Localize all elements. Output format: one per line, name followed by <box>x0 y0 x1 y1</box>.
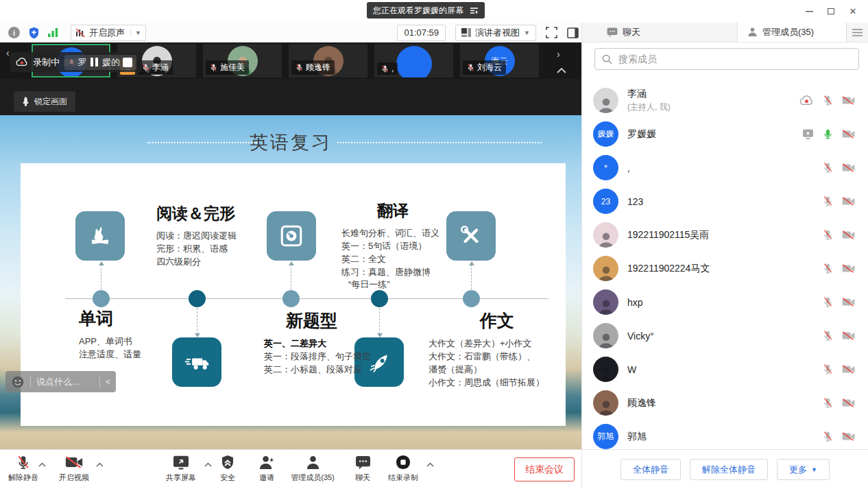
quick-chat-bar[interactable]: 说点什么... < <box>5 371 116 392</box>
security-button[interactable]: 安全 <box>206 454 250 483</box>
audio-options-chevron[interactable] <box>38 462 46 467</box>
shared-screen-label-fragment: 媛的 <box>102 56 120 69</box>
mic-muted-icon[interactable] <box>823 296 833 308</box>
camera-off-icon[interactable] <box>842 331 855 341</box>
mic-muted-icon[interactable] <box>823 195 833 207</box>
unmute-all-button[interactable]: 解除全体静音 <box>690 459 768 480</box>
mic-muted-icon <box>296 63 303 72</box>
camera-off-icon[interactable] <box>842 196 855 206</box>
security-shield-icon[interactable] <box>28 27 40 39</box>
strip-scroll-right-icon[interactable]: › <box>557 49 560 59</box>
mic-muted-icon[interactable] <box>823 162 833 174</box>
original-sound-label: 开启原声 <box>89 27 125 39</box>
sidebar-menu-icon[interactable] <box>846 23 868 42</box>
invite-label: 邀请 <box>259 473 274 483</box>
quick-chat-placeholder[interactable]: 说点什么... <box>36 376 94 388</box>
original-sound-control[interactable]: 开启原声 ▼ <box>71 25 146 41</box>
tile-participant[interactable]: 顾逸锋 <box>289 44 367 77</box>
member-row[interactable]: 192211902224马文 <box>582 252 868 285</box>
tile-participant[interactable]: 施佳美 <box>203 44 282 77</box>
member-row[interactable]: * , <box>582 151 868 184</box>
slide-topic: 翻译 长难句分析、词汇、语义英一：5句话（语境）英二：全文练习：真题、唐静微博“… <box>341 200 472 291</box>
search-input[interactable] <box>617 53 852 65</box>
share-screen-button[interactable]: 共享屏幕 <box>159 454 203 483</box>
close-button[interactable]: ✕ <box>842 3 864 20</box>
member-row[interactable]: 192211902115吴雨 <box>582 218 868 252</box>
start-video-button[interactable]: 开启视频 <box>52 454 96 483</box>
mic-muted-icon[interactable] <box>823 95 833 106</box>
end-meeting-button[interactable]: 结束会议 <box>514 457 575 481</box>
start-video-label: 开启视频 <box>59 473 89 483</box>
timeline-node <box>93 290 110 307</box>
member-row[interactable]: 李涵 (主持人, 我) <box>582 84 868 117</box>
minimize-button[interactable] <box>798 3 820 20</box>
meeting-info-icon[interactable]: i <box>8 27 20 38</box>
tile-participant[interactable]: 海云 刘海云 <box>460 44 539 77</box>
mic-on-icon[interactable] <box>823 128 833 140</box>
camera-off-icon[interactable] <box>842 230 855 240</box>
strip-scroll-left-icon[interactable]: ‹ <box>6 48 10 58</box>
tab-manage-members[interactable]: 管理成员(35) <box>737 23 846 42</box>
stop-recording-button[interactable]: 结束录制 <box>381 454 425 483</box>
pause-recording-button[interactable] <box>89 58 99 67</box>
title-dotted-line <box>147 142 257 143</box>
chat-label: 聊天 <box>355 473 370 483</box>
member-row[interactable]: 顾逸锋 <box>582 386 868 420</box>
slide-topic: 新题型 英一、二差异大 英一：段落排序、句子填空英二：小标题、段落对应 <box>264 309 398 377</box>
member-row[interactable]: 23 123 <box>582 184 868 218</box>
mic-muted-icon <box>381 64 389 73</box>
member-search-box[interactable] <box>594 48 859 70</box>
record-options-chevron[interactable] <box>426 462 434 467</box>
person-silhouette-icon <box>596 230 616 248</box>
side-panel-toggle-icon[interactable] <box>567 27 579 38</box>
camera-off-icon[interactable] <box>842 398 855 408</box>
camera-off-icon[interactable] <box>842 95 855 106</box>
member-row[interactable]: hxp <box>582 285 868 319</box>
person-silhouette-icon <box>596 398 616 416</box>
mute-all-button[interactable]: 全体静音 <box>620 459 681 480</box>
camera-off-icon[interactable] <box>842 129 855 139</box>
strip-collapse-icon[interactable] <box>557 67 566 73</box>
member-row[interactable]: 媛媛 罗媛媛 <box>582 117 868 151</box>
camera-off-icon[interactable] <box>842 431 855 442</box>
manage-members-button[interactable]: 管理成员(35) <box>285 454 340 483</box>
member-row[interactable]: W <box>582 353 868 386</box>
camera-off-icon[interactable] <box>842 297 855 307</box>
view-mode-selector[interactable]: 演讲者视图 ▼ <box>455 25 536 41</box>
shared-screen-label-fragment: 罗 <box>77 56 86 69</box>
member-row[interactable]: 郭旭 郭旭 <box>582 420 868 449</box>
tile-participant[interactable]: , <box>374 44 453 77</box>
mic-muted-icon[interactable] <box>823 229 833 241</box>
maximize-button[interactable] <box>820 3 842 20</box>
stop-record-icon <box>396 454 411 470</box>
chat-button[interactable]: 聊天 <box>341 454 385 483</box>
topic-title: 新题型 <box>264 309 398 332</box>
camera-off-icon[interactable] <box>842 263 855 274</box>
avatar: 媛媛 <box>593 121 618 147</box>
member-person-icon <box>747 27 758 37</box>
camera-off-icon[interactable] <box>842 163 855 173</box>
camera-off-icon[interactable] <box>842 364 855 374</box>
mic-muted-icon[interactable] <box>823 397 833 409</box>
quick-chat-collapse-icon[interactable]: < <box>106 377 110 387</box>
tab-chat[interactable]: 聊天 <box>582 23 737 42</box>
network-signal-icon[interactable] <box>48 28 58 37</box>
mic-muted-icon[interactable] <box>823 363 833 375</box>
video-options-chevron[interactable] <box>96 462 104 467</box>
timeline-node <box>463 290 480 307</box>
invite-button[interactable]: 邀请 <box>245 454 289 483</box>
mic-muted-icon[interactable] <box>823 330 833 342</box>
mic-muted-icon[interactable] <box>823 263 833 274</box>
emoji-icon[interactable] <box>11 375 25 389</box>
original-sound-dropdown[interactable]: ▼ <box>130 29 145 36</box>
fullscreen-icon[interactable] <box>546 27 557 38</box>
tab-members-label: 管理成员(35) <box>762 26 814 38</box>
mic-muted-icon[interactable] <box>823 431 833 442</box>
banner-menu-icon[interactable] <box>470 7 479 14</box>
unmute-button[interactable]: 解除静音 <box>1 454 45 483</box>
lock-view-button[interactable]: 锁定画面 <box>14 91 75 112</box>
more-button[interactable]: 更多 ▼ <box>777 459 830 480</box>
recording-label: 录制中 <box>33 56 60 69</box>
member-row[interactable]: Vicky° <box>582 319 868 353</box>
stop-recording-button[interactable] <box>123 58 132 67</box>
